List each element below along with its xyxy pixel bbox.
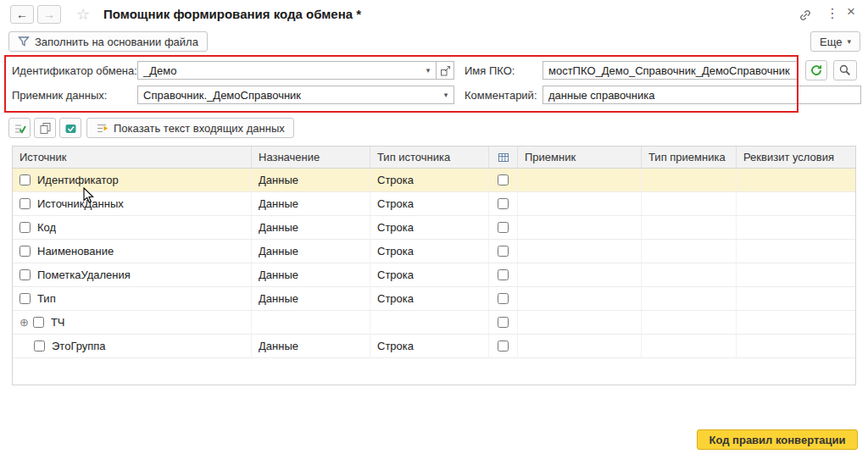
exchange-id-combo[interactable]: ▾ <box>137 61 454 80</box>
source-cell: Идентификатор <box>37 174 119 186</box>
comment-label: Комментарий: <box>465 89 537 102</box>
source-type-cell: Строка <box>377 340 414 352</box>
fill-from-file-label: Заполнить на основании файла <box>35 36 198 48</box>
comment-input[interactable] <box>542 86 861 104</box>
source-cell: ЭтоГруппа <box>52 340 106 352</box>
conversion-rules-code-button[interactable]: Код правил конвертации <box>697 429 858 450</box>
set-flag-button[interactable] <box>59 118 81 138</box>
expand-icon[interactable]: ⊕ <box>19 317 29 328</box>
receiver-combo[interactable]: ▾ <box>137 86 454 104</box>
table-row[interactable]: ЭтоГруппа Данные Строка <box>13 335 855 358</box>
window-menu-button[interactable]: ⋮ <box>826 5 839 21</box>
source-type-cell: Строка <box>377 245 414 257</box>
purpose-cell: Данные <box>259 269 298 281</box>
header-source-type[interactable]: Тип источника <box>370 147 489 168</box>
purpose-cell: Данные <box>259 340 298 352</box>
row-checkbox[interactable] <box>34 340 45 352</box>
check-all-button[interactable] <box>8 118 31 138</box>
header-source-label: Источник <box>19 151 67 163</box>
header-receiver-type[interactable]: Тип приемника <box>642 147 737 168</box>
source-type-cell: Строка <box>377 221 414 234</box>
flag-checkbox[interactable] <box>498 246 509 257</box>
header-purpose[interactable]: Назначение <box>252 147 370 168</box>
back-icon: ← <box>16 8 28 21</box>
row-checkbox[interactable] <box>19 174 31 185</box>
row-checkbox[interactable] <box>33 317 44 328</box>
flag-checkbox[interactable] <box>498 340 509 352</box>
pko-name-input[interactable] <box>542 61 798 80</box>
row-checkbox[interactable] <box>19 293 31 304</box>
source-type-cell: Строка <box>377 269 414 281</box>
table-row[interactable]: Идентификатор Данные Строка <box>13 169 855 192</box>
flag-checkbox[interactable] <box>498 198 509 209</box>
open-button[interactable] <box>436 62 453 79</box>
pko-name-label: Имя ПКО: <box>465 64 515 77</box>
copy-button[interactable] <box>34 118 56 138</box>
flag-checkbox[interactable] <box>498 174 509 185</box>
source-cell: ПометкаУдаления <box>37 269 131 281</box>
source-cell: Тип <box>37 292 56 305</box>
row-checkbox[interactable] <box>19 246 31 257</box>
more-button[interactable]: Еще ▾ <box>810 31 860 52</box>
purpose-cell: Данные <box>259 292 298 305</box>
magnifier-icon <box>838 64 852 77</box>
forward-button[interactable]: → <box>37 5 61 24</box>
close-button[interactable]: × <box>847 3 855 20</box>
favorite-star-icon[interactable]: ☆ <box>76 5 90 24</box>
purpose-cell: Данные <box>259 174 298 186</box>
conversion-rules-code-label: Код правил конвертации <box>709 434 846 446</box>
funnel-icon <box>18 36 30 47</box>
table-row[interactable]: Код Данные Строка <box>13 216 855 240</box>
chevron-down-icon: ▾ <box>847 37 851 46</box>
flag-checkbox[interactable] <box>498 269 509 280</box>
header-source[interactable]: Источник <box>13 147 252 168</box>
table-row[interactable]: Наименование Данные Строка <box>13 240 855 263</box>
header-condition[interactable]: Реквизит условия <box>737 147 855 168</box>
checklist-icon <box>14 122 26 135</box>
open-icon <box>439 64 452 77</box>
flag-checkbox[interactable] <box>498 317 509 328</box>
copy-icon <box>39 122 52 135</box>
refresh-button[interactable] <box>805 60 827 80</box>
flag-checkbox[interactable] <box>498 293 509 304</box>
search-button[interactable] <box>833 60 857 80</box>
header-receiver[interactable]: Приемник <box>518 147 642 168</box>
row-checkbox[interactable] <box>19 269 31 280</box>
chevron-down-icon[interactable]: ▾ <box>438 86 453 103</box>
source-type-cell: Строка <box>377 197 414 210</box>
row-checkbox[interactable] <box>19 222 31 233</box>
receiver-label: Приемник данных: <box>12 89 107 102</box>
table-row[interactable]: ⊕ ТЧ <box>13 311 855 335</box>
header-receiver-label: Приемник <box>525 151 576 163</box>
dots-icon: ⋮ <box>826 6 839 20</box>
text-lines-icon <box>96 122 108 135</box>
header-receiver-type-label: Тип приемника <box>648 151 726 163</box>
checkbox-check-icon <box>64 122 77 135</box>
chevron-down-icon[interactable]: ▾ <box>420 62 436 79</box>
table-row[interactable]: ПометкаУдаления Данные Строка <box>13 263 855 287</box>
get-link-button[interactable] <box>798 8 813 23</box>
exchange-id-input[interactable] <box>138 62 420 79</box>
source-cell: Наименование <box>37 245 114 257</box>
source-type-cell: Строка <box>377 292 414 305</box>
flag-checkbox[interactable] <box>498 222 509 233</box>
source-cell: ИсточникДанных <box>37 197 124 210</box>
back-button[interactable]: ← <box>10 5 34 24</box>
table-row[interactable]: Тип Данные Строка <box>13 287 855 311</box>
source-type-cell: Строка <box>377 174 414 186</box>
header-flag-column[interactable] <box>489 147 518 168</box>
close-icon: × <box>847 3 855 19</box>
show-incoming-text-button[interactable]: Показать текст входящих данных <box>86 118 294 138</box>
receiver-input[interactable] <box>138 86 438 103</box>
forward-icon: → <box>43 8 55 21</box>
row-checkbox[interactable] <box>19 198 31 209</box>
show-incoming-text-label: Показать текст входящих данных <box>114 122 285 135</box>
source-cell: Код <box>37 221 56 234</box>
fill-from-file-button[interactable]: Заполнить на основании файла <box>8 31 208 52</box>
link-icon <box>798 8 813 23</box>
mapping-table: Источник Назначение Тип источника Приемн… <box>12 146 856 385</box>
table-row[interactable]: ИсточникДанных Данные Строка <box>13 192 855 216</box>
purpose-cell: Данные <box>259 197 298 210</box>
header-purpose-label: Назначение <box>259 151 320 163</box>
source-cell: ТЧ <box>51 316 65 329</box>
